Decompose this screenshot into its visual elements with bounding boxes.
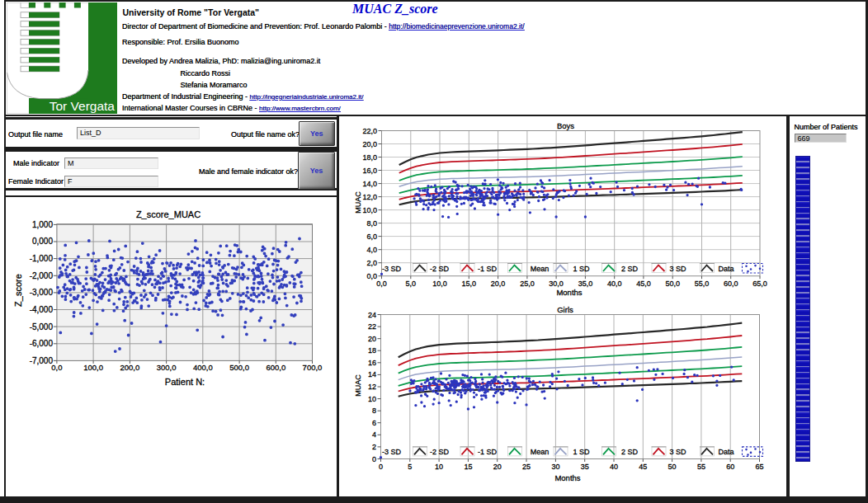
svg-text:-1 SD: -1 SD <box>478 448 498 456</box>
svg-text:0,000: 0,000 <box>32 237 53 246</box>
svg-text:20: 20 <box>368 335 376 343</box>
svg-text:55: 55 <box>697 463 705 471</box>
svg-text:55,0: 55,0 <box>695 280 710 288</box>
svg-text:60,0: 60,0 <box>724 280 738 288</box>
svg-text:-3 SD: -3 SD <box>382 265 402 273</box>
svg-text:200,0: 200,0 <box>120 363 140 372</box>
svg-text:0: 0 <box>379 463 383 471</box>
svg-text:10: 10 <box>368 395 376 403</box>
svg-text:25,0: 25,0 <box>520 280 535 288</box>
svg-text:10,0: 10,0 <box>432 280 447 288</box>
svg-text:300,0: 300,0 <box>157 363 177 372</box>
svg-text:MUAC: MUAC <box>354 374 362 397</box>
svg-text:4: 4 <box>372 430 376 439</box>
svg-text:65: 65 <box>755 463 763 471</box>
svg-text:-3,000: -3,000 <box>30 288 54 297</box>
svg-text:20,0: 20,0 <box>362 140 377 148</box>
svg-text:4,0: 4,0 <box>366 246 377 254</box>
svg-text:-2 SD: -2 SD <box>430 448 450 456</box>
svg-text:Months: Months <box>554 473 580 482</box>
svg-text:3 SD: 3 SD <box>669 448 686 456</box>
svg-text:100,0: 100,0 <box>83 363 103 372</box>
svg-text:Mean: Mean <box>531 265 550 273</box>
svg-text:45,0: 45,0 <box>636 280 651 288</box>
svg-text:-3 SD: -3 SD <box>382 448 402 456</box>
svg-text:5,0: 5,0 <box>406 280 417 288</box>
svg-text:8: 8 <box>372 407 376 415</box>
svg-text:10: 10 <box>435 463 443 471</box>
svg-text:600,0: 600,0 <box>266 363 285 372</box>
svg-text:65,0: 65,0 <box>752 280 767 288</box>
svg-text:0,0: 0,0 <box>51 363 62 372</box>
svg-text:2,0: 2,0 <box>366 259 377 267</box>
svg-text:Data: Data <box>718 265 734 273</box>
svg-text:30: 30 <box>551 463 559 471</box>
svg-text:0,0: 0,0 <box>366 272 377 280</box>
svg-text:5: 5 <box>408 463 412 471</box>
svg-text:1 SD: 1 SD <box>573 448 590 456</box>
svg-text:-5,000: -5,000 <box>30 322 54 331</box>
svg-text:1 SD: 1 SD <box>573 265 590 273</box>
svg-text:16: 16 <box>368 359 376 367</box>
svg-text:18: 18 <box>368 346 376 355</box>
svg-text:16,0: 16,0 <box>362 167 377 175</box>
svg-text:-1 SD: -1 SD <box>478 265 498 273</box>
svg-text:2 SD: 2 SD <box>621 265 639 273</box>
svg-text:2 SD: 2 SD <box>621 448 639 456</box>
svg-text:-4,000: -4,000 <box>30 305 54 314</box>
svg-text:-6,000: -6,000 <box>30 339 54 348</box>
svg-text:22: 22 <box>368 322 376 331</box>
svg-text:700,0: 700,0 <box>303 363 323 372</box>
svg-text:18,0: 18,0 <box>362 153 377 162</box>
svg-text:50: 50 <box>668 463 677 471</box>
svg-text:40: 40 <box>610 463 618 471</box>
svg-text:12,0: 12,0 <box>362 193 377 201</box>
svg-text:6,0: 6,0 <box>366 233 377 241</box>
svg-text:25: 25 <box>522 463 531 471</box>
svg-text:45: 45 <box>639 463 647 471</box>
svg-text:-2,000: -2,000 <box>30 271 54 280</box>
svg-text:Z_score: Z_score <box>13 274 23 307</box>
svg-text:Z_score_MUAC: Z_score_MUAC <box>136 209 200 219</box>
svg-text:3 SD: 3 SD <box>669 265 686 273</box>
svg-text:2: 2 <box>372 443 376 451</box>
svg-text:0: 0 <box>372 455 376 463</box>
svg-text:12: 12 <box>368 383 376 391</box>
svg-text:Months: Months <box>556 288 582 297</box>
svg-text:MUAC: MUAC <box>354 191 362 214</box>
svg-text:Girls: Girls <box>557 305 573 314</box>
svg-text:-1,000: -1,000 <box>30 254 54 263</box>
svg-text:40,0: 40,0 <box>607 280 622 288</box>
svg-text:1,000: 1,000 <box>32 220 53 229</box>
svg-text:15: 15 <box>464 463 472 471</box>
svg-text:24: 24 <box>368 311 376 319</box>
svg-text:35: 35 <box>581 463 589 471</box>
svg-text:20,0: 20,0 <box>491 280 506 288</box>
svg-text:6: 6 <box>372 419 376 427</box>
svg-text:500,0: 500,0 <box>229 363 249 372</box>
svg-text:14: 14 <box>368 370 376 378</box>
svg-text:20: 20 <box>493 463 502 471</box>
svg-text:Mean: Mean <box>531 448 550 456</box>
svg-text:60: 60 <box>726 463 734 471</box>
svg-text:400,0: 400,0 <box>193 363 213 372</box>
svg-text:14,0: 14,0 <box>362 180 377 188</box>
svg-text:-2 SD: -2 SD <box>430 265 450 273</box>
svg-text:35,0: 35,0 <box>578 280 593 288</box>
svg-text:8,0: 8,0 <box>366 219 377 228</box>
svg-text:0,0: 0,0 <box>376 280 387 288</box>
svg-text:22,0: 22,0 <box>362 127 377 135</box>
svg-text:30,0: 30,0 <box>549 280 564 288</box>
svg-text:-7,000: -7,000 <box>30 356 54 365</box>
svg-text:Boys: Boys <box>557 121 574 130</box>
svg-text:15,0: 15,0 <box>462 280 477 288</box>
svg-text:Patient N:: Patient N: <box>165 377 205 387</box>
svg-text:50,0: 50,0 <box>665 280 680 288</box>
svg-text:Data: Data <box>718 448 734 456</box>
svg-text:10,0: 10,0 <box>362 206 377 214</box>
